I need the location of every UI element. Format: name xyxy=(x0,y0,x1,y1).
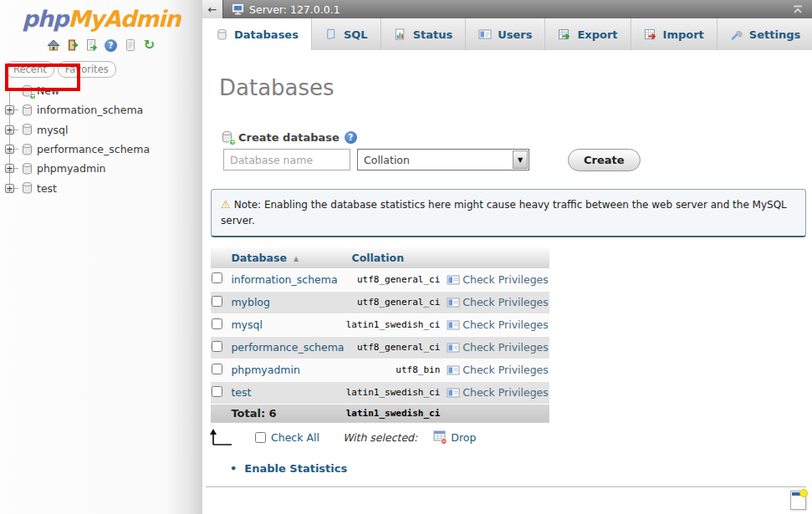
tree-item-label: phpmyadmin xyxy=(37,162,106,175)
enable-statistics-row: • Enable Statistics xyxy=(230,462,347,475)
tab-databases[interactable]: Databases xyxy=(202,18,312,50)
tree-item-performance-schema[interactable]: performance_schema xyxy=(0,140,202,159)
row-checkbox[interactable] xyxy=(212,341,222,352)
help-icon[interactable]: ? xyxy=(345,131,357,144)
tree-item-new[interactable]: New xyxy=(0,81,202,100)
database-name-input[interactable] xyxy=(223,149,350,170)
enable-statistics-link[interactable]: Enable Statistics xyxy=(244,462,347,475)
privileges-icon xyxy=(447,298,460,308)
expand-icon[interactable] xyxy=(5,164,14,173)
check-privileges-link[interactable]: Check Privileges xyxy=(462,318,549,331)
create-database-label: Create database xyxy=(238,131,340,144)
tab-settings[interactable]: Settings xyxy=(718,18,812,50)
expand-icon[interactable] xyxy=(5,145,14,154)
row-checkbox[interactable] xyxy=(212,386,222,397)
database-link[interactable]: information_schema xyxy=(223,273,337,286)
check-privileges-link[interactable]: Check Privileges xyxy=(462,341,549,354)
help-icon[interactable]: ? xyxy=(104,38,118,53)
export-icon xyxy=(558,28,571,41)
sort-asc-icon: ▲ xyxy=(294,255,299,262)
table-row: mysql latin1_swedish_ci Check Privileges xyxy=(211,313,549,336)
database-link[interactable]: phpmyadmin xyxy=(223,364,300,376)
home-icon-svg xyxy=(47,38,60,52)
row-checkbox[interactable] xyxy=(212,296,222,307)
create-database-header: Create database ? xyxy=(221,130,357,144)
expand-icon[interactable] xyxy=(5,105,14,115)
back-button[interactable]: ← xyxy=(202,0,223,18)
open-new-window-icon[interactable] xyxy=(790,491,806,510)
select-dropdown-icon[interactable]: ▼ xyxy=(513,150,528,169)
tree-item-information-schema[interactable]: information_schema xyxy=(0,100,202,120)
table-header-row: Database▲ Collation xyxy=(211,247,549,268)
phpmyadmin-logo[interactable]: phpMyAdmin xyxy=(0,6,202,32)
database-link[interactable]: myblog xyxy=(223,296,270,308)
check-all-checkbox[interactable] xyxy=(255,432,266,443)
row-checkbox[interactable] xyxy=(212,272,222,283)
table-row: phpmyadmin utf8_bin Check Privileges xyxy=(211,359,549,381)
reload-icon[interactable]: ↻ xyxy=(142,38,156,53)
database-icon xyxy=(21,181,33,195)
expand-icon[interactable] xyxy=(5,125,14,135)
check-privileges-link[interactable]: Check Privileges xyxy=(462,364,549,376)
database-link[interactable]: test xyxy=(223,386,251,399)
docs-icon[interactable] xyxy=(123,38,137,53)
table-row: information_schema utf8_general_ci Check… xyxy=(211,268,549,291)
main-tab-bar: Databases SQL Status Users Export xyxy=(202,18,812,50)
tab-users[interactable]: Users xyxy=(466,18,545,50)
database-link[interactable]: mysql xyxy=(223,318,263,331)
users-icon xyxy=(478,28,492,41)
tab-status[interactable]: Status xyxy=(381,18,467,50)
collation-value: latin1_swedish_ci xyxy=(345,381,447,404)
tab-export[interactable]: Export xyxy=(545,18,631,50)
sql-icon xyxy=(324,28,338,41)
collation-select[interactable]: Collation ▼ xyxy=(357,149,529,170)
database-link[interactable]: performance_schema xyxy=(223,341,344,354)
tree-item-mysql[interactable]: mysql xyxy=(0,120,202,140)
new-database-icon xyxy=(221,130,233,144)
check-all-link[interactable]: Check All xyxy=(271,431,319,444)
home-icon[interactable] xyxy=(46,38,60,53)
tree-item-label: New xyxy=(37,84,59,97)
import-icon xyxy=(644,28,657,41)
tree-item-label: performance_schema xyxy=(37,143,150,155)
logout-icon[interactable] xyxy=(65,38,79,53)
plus-badge-icon xyxy=(29,93,36,99)
with-selected-label: With selected: xyxy=(343,431,417,444)
check-privileges-link[interactable]: Check Privileges xyxy=(462,386,549,399)
favorites-tab[interactable]: Favorites xyxy=(58,61,116,78)
row-checkbox[interactable] xyxy=(212,364,222,374)
tree-item-test[interactable]: test xyxy=(0,178,202,197)
sidebar-panel-tabs: Recent Favorites xyxy=(6,61,202,78)
tree-item-label: mysql xyxy=(37,124,69,136)
bulk-actions-row: Check All With selected: Drop xyxy=(209,428,476,447)
table-footer-row: Total: 6 latin1_swedish_ci xyxy=(211,404,549,423)
check-privileges-link[interactable]: Check Privileges xyxy=(462,273,549,286)
database-tree: New information_schema mysql xyxy=(0,81,202,198)
query-window-icon[interactable] xyxy=(84,38,99,53)
drop-link: Drop xyxy=(451,431,476,444)
recent-tab[interactable]: Recent xyxy=(6,61,54,78)
tab-label: Settings xyxy=(749,28,800,41)
collation-select-value: Collation xyxy=(358,154,512,166)
table-row: test latin1_swedish_ci Check Privileges xyxy=(211,381,549,404)
privileges-icon xyxy=(447,275,460,285)
collation-value: utf8_general_ci xyxy=(345,336,447,359)
collapse-topbar-icon[interactable] xyxy=(792,5,804,14)
tab-label: Status xyxy=(413,28,453,41)
privileges-icon xyxy=(447,343,460,353)
header-collation[interactable]: Collation xyxy=(345,247,447,268)
row-checkbox[interactable] xyxy=(212,318,222,329)
tab-import[interactable]: Import xyxy=(631,18,718,50)
databases-icon xyxy=(215,28,228,41)
tree-item-label: test xyxy=(37,182,57,195)
create-button[interactable]: Create xyxy=(568,149,641,171)
tab-sql[interactable]: SQL xyxy=(312,18,381,50)
check-privileges-link[interactable]: Check Privileges xyxy=(462,296,549,308)
drop-action[interactable]: Drop xyxy=(433,430,476,445)
header-database[interactable]: Database▲ xyxy=(223,247,344,268)
tree-item-phpmyadmin[interactable]: phpmyadmin xyxy=(0,159,202,178)
server-label: Server: 127.0.0.1 xyxy=(249,3,340,16)
expand-icon[interactable] xyxy=(5,184,14,193)
phpmyadmin-app: phpMyAdmin ? ↻ Recent Favorites xyxy=(0,0,812,514)
statistics-note: ⚠Note: Enabling the database statistics … xyxy=(211,189,806,237)
